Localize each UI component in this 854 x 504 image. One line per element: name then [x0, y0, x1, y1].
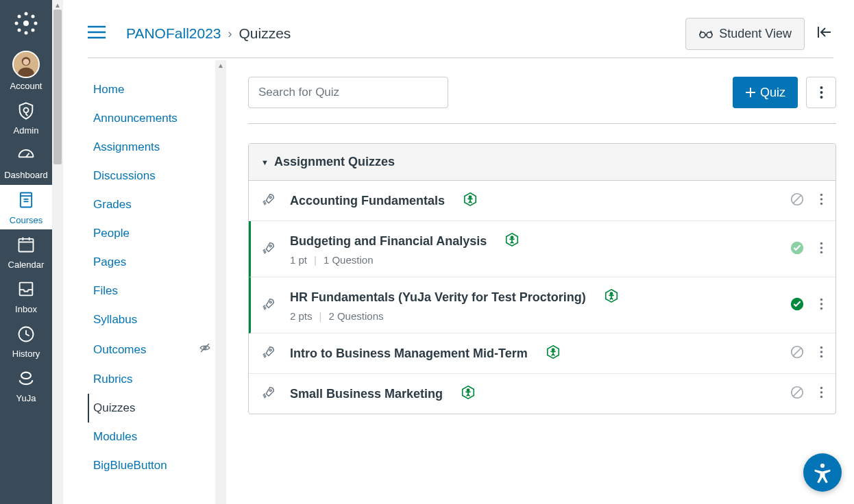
course-nav-item[interactable]: Discussions	[88, 162, 215, 190]
quiz-body: Small Business Marketing	[290, 385, 790, 403]
accessibility-icon	[811, 461, 834, 484]
quiz-points: 2 pts	[290, 310, 313, 322]
svg-point-64	[552, 349, 554, 351]
svg-point-2	[25, 32, 28, 35]
svg-point-60	[820, 303, 823, 305]
svg-point-78	[820, 464, 825, 468]
unpublished-icon[interactable]	[790, 344, 805, 362]
nav-admin[interactable]: Admin	[0, 96, 52, 140]
svg-line-44	[794, 196, 801, 203]
svg-line-66	[794, 349, 801, 356]
student-view-label: Student View	[719, 27, 792, 41]
quiz-title[interactable]: Accounting Fundamentals	[290, 194, 445, 208]
yuja-icon	[16, 369, 36, 391]
course-nav-label: Modules	[93, 430, 137, 444]
nav-calendar[interactable]: Calendar	[0, 229, 52, 274]
quiz-body: Accounting Fundamentals	[290, 192, 790, 210]
course-nav-item[interactable]: Announcements	[88, 104, 215, 133]
search-input[interactable]	[248, 77, 448, 108]
book-icon	[16, 190, 36, 212]
svg-line-34	[201, 344, 209, 352]
published-icon[interactable]	[790, 297, 805, 314]
svg-point-61	[820, 307, 823, 310]
course-nav-item[interactable]: People	[88, 219, 215, 248]
accessibility-badge-icon[interactable]	[604, 288, 619, 306]
header-divider	[88, 58, 833, 58]
nav-history-label: History	[12, 349, 40, 360]
svg-point-6	[32, 15, 35, 18]
row-more-button[interactable]	[820, 386, 823, 401]
svg-point-3	[15, 22, 19, 25]
published-icon[interactable]	[790, 240, 805, 258]
course-nav-item[interactable]: Outcomes	[88, 334, 215, 365]
scroll-up-icon: ▲	[217, 62, 224, 69]
svg-point-53	[820, 247, 823, 249]
svg-point-57	[610, 292, 612, 294]
quiz-questions: 1 Question	[324, 254, 374, 266]
clock-icon	[16, 325, 36, 346]
nav-courses[interactable]: Courses	[0, 185, 52, 229]
quiz-questions: 2 Questions	[328, 310, 383, 322]
add-quiz-button[interactable]: Quiz	[733, 77, 798, 108]
calendar-icon	[16, 235, 36, 257]
unpublished-icon[interactable]	[790, 385, 805, 403]
nav-history[interactable]: History	[0, 319, 52, 364]
svg-point-67	[820, 346, 823, 349]
student-view-button[interactable]: Student View	[685, 18, 805, 50]
svg-point-55	[269, 301, 271, 303]
course-nav-item[interactable]: Home	[88, 75, 215, 104]
course-nav-item[interactable]: Grades	[88, 190, 215, 219]
quiz-title[interactable]: Intro to Business Management Mid-Term	[290, 346, 528, 361]
svg-point-12	[23, 59, 29, 65]
quiz-meta: 2 pts|2 Questions	[290, 310, 790, 322]
quiz-title[interactable]: Small Business Marketing	[290, 387, 443, 401]
course-nav-item[interactable]: Files	[88, 277, 215, 305]
svg-point-62	[269, 349, 271, 351]
course-nav-item[interactable]: Pages	[88, 248, 215, 277]
header: PANOFall2023 › Quizzes Student View	[88, 16, 833, 51]
canvas-logo[interactable]	[11, 8, 41, 38]
add-quiz-label: Quiz	[760, 86, 785, 100]
accessibility-badge-icon[interactable]	[546, 344, 561, 362]
hidden-eye-icon	[199, 342, 211, 357]
course-nav-item[interactable]: Modules	[88, 423, 215, 451]
course-nav-scrollbar[interactable]: ▲	[215, 60, 226, 504]
accessibility-badge-icon[interactable]	[504, 232, 520, 250]
nav-inbox[interactable]: Inbox	[0, 274, 52, 318]
scroll-thumb[interactable]	[53, 10, 62, 164]
svg-point-0	[23, 21, 29, 26]
row-more-button[interactable]	[820, 298, 823, 313]
nav-dashboard[interactable]: Dashboard	[0, 140, 52, 185]
global-nav: Account Admin Dashboard Courses Calendar…	[0, 0, 52, 504]
accessibility-badge-icon[interactable]	[461, 385, 476, 403]
row-more-button[interactable]	[820, 346, 823, 361]
glasses-icon	[698, 28, 713, 39]
quiz-title[interactable]: HR Fundamentals (YuJa Verity for Test Pr…	[290, 290, 586, 305]
row-more-button[interactable]	[820, 242, 823, 257]
svg-point-70	[269, 390, 271, 392]
svg-point-52	[820, 242, 823, 244]
course-nav-item[interactable]: BigBlueButton	[88, 451, 215, 480]
quiz-title[interactable]: Budgeting and Financial Analysis	[290, 234, 487, 249]
accessibility-badge-icon[interactable]	[463, 192, 478, 210]
course-nav-item[interactable]: Rubrics	[88, 365, 215, 394]
course-nav-item[interactable]: Quizzes	[88, 394, 215, 423]
nav-account[interactable]: Account	[0, 45, 52, 96]
course-nav-item[interactable]: Assignments	[88, 133, 215, 162]
course-nav-item[interactable]: Syllabus	[88, 305, 215, 334]
collapse-sidebar-button[interactable]	[817, 25, 833, 42]
nav-yuja[interactable]: YuJa	[0, 364, 52, 408]
row-more-button[interactable]	[820, 193, 823, 208]
rocket-icon	[261, 240, 276, 258]
quiz-row: Accounting Fundamentals	[249, 181, 835, 221]
accessibility-float-button[interactable]	[803, 453, 842, 492]
course-nav-label: Files	[93, 284, 118, 298]
toolbar-more-button[interactable]	[806, 77, 836, 108]
page-scrollbar[interactable]: ▲	[52, 0, 63, 504]
breadcrumb-course[interactable]: PANOFall2023	[126, 25, 221, 42]
hamburger-button[interactable]	[88, 25, 106, 42]
unpublished-icon[interactable]	[790, 192, 805, 210]
svg-rect-25	[20, 283, 33, 296]
quiz-group-header[interactable]: ▼ Assignment Quizzes	[249, 144, 835, 181]
quiz-points: 1 pt	[290, 254, 307, 266]
